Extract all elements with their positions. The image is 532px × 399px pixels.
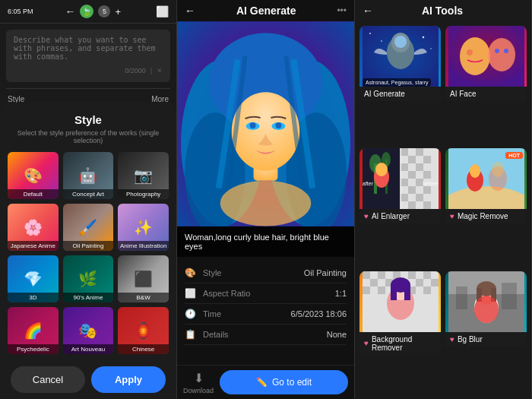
- svg-point-15: [381, 40, 382, 42]
- svg-rect-39: [401, 163, 408, 171]
- style-modal: Style Select the style preference of the…: [0, 103, 176, 399]
- svg-rect-40: [416, 163, 423, 171]
- panel3-topbar: ← AI Tools: [355, 0, 531, 21]
- style-item-oil[interactable]: 🖌️ Oil Painting: [63, 204, 114, 251]
- style-label-90s: 90's Anime: [63, 293, 114, 302]
- prompt-textarea-container: 0/2000 | ✕: [6, 30, 170, 82]
- card-label-ai-generate: AI Generate: [359, 87, 441, 101]
- card-label-bg-blur: ♥ Bg Blur: [445, 332, 527, 347]
- svg-point-20: [394, 36, 407, 48]
- svg-rect-60: [378, 271, 385, 279]
- info-row-aspect: ⬜ Aspect Ratio 1:1: [185, 283, 347, 304]
- woman-svg: [177, 21, 354, 226]
- more-dots-2[interactable]: •••: [337, 5, 347, 16]
- export-icon[interactable]: ⬜: [156, 5, 169, 17]
- card-img-ai-generate: Astronaut, Pegasus, starry: [359, 26, 441, 87]
- style-item-3d[interactable]: 💎 3D: [8, 255, 59, 302]
- style-item-japanese[interactable]: 🌸 Japanese Anime: [8, 204, 59, 251]
- svg-rect-47: [401, 194, 408, 201]
- svg-rect-81: [456, 287, 467, 309]
- style-modal-subtitle: Select the style preference of the works…: [8, 129, 169, 144]
- style-item-bw[interactable]: ⬛ B&W: [118, 255, 169, 302]
- svg-rect-82: [502, 283, 517, 309]
- download-icon: ⬇: [194, 371, 204, 385]
- heart-icon-enlarger: ♥: [364, 212, 369, 220]
- card-img-bg-remover: [359, 271, 441, 332]
- back-icon-2[interactable]: ←: [185, 5, 195, 17]
- svg-point-24: [488, 38, 515, 71]
- back-icon-3[interactable]: ←: [363, 5, 373, 17]
- back-icon-1[interactable]: ←: [65, 5, 75, 17]
- panel1-topbar: 6:05 PM ← 🍃 5 + ⬜: [0, 0, 176, 24]
- time-icon: 🕐: [185, 309, 197, 319]
- card-ai-generate[interactable]: Astronaut, Pegasus, starry AI Generate: [359, 26, 441, 109]
- style-label-concept: Concept Art: [63, 189, 114, 199]
- download-button[interactable]: ⬇ Download: [183, 371, 214, 394]
- card-img-ai-enlarger: after before: [359, 148, 441, 209]
- divider-1: [6, 88, 170, 89]
- svg-point-22: [460, 37, 490, 75]
- prompt-input[interactable]: [14, 36, 163, 62]
- style-item-90s[interactable]: 🌿 90's Anime: [63, 255, 114, 302]
- svg-rect-77: [391, 285, 397, 300]
- svg-point-25: [495, 49, 499, 53]
- card-bg-blur[interactable]: ♥ Bg Blur: [445, 271, 527, 355]
- style-grid: 🎨 Default 🤖 Concept Art 📷 Photography 🌸 …: [8, 152, 169, 354]
- style-item-art[interactable]: 🎭 Art Nouveau: [63, 307, 114, 354]
- plus-icon[interactable]: +: [115, 6, 121, 17]
- card-magic-remove[interactable]: HOT ♥ Magic Remove: [445, 148, 527, 232]
- style-label-default: Default: [8, 189, 59, 199]
- panel2-bottom-bar: ⬇ Download ✏️ Go to edit: [177, 365, 354, 399]
- info-row-time: 🕐 Time 6/5/2023 18:06: [185, 304, 347, 325]
- card-bg-remover[interactable]: ♥ Background Remover: [359, 271, 441, 355]
- style-item-photography[interactable]: 📷 Photography: [118, 152, 169, 199]
- card-img-magic-remove: HOT: [445, 148, 527, 209]
- svg-point-23: [467, 49, 473, 55]
- svg-rect-59: [363, 271, 370, 279]
- go-to-edit-button[interactable]: ✏️ Go to edit: [220, 370, 348, 394]
- card-ai-enlarger[interactable]: after before ♥ AI Enlarger: [359, 148, 441, 232]
- panel2-topbar: ← AI Generate •••: [177, 0, 354, 21]
- info-row-style: 🎨 Style Oil Painting: [185, 263, 347, 283]
- svg-point-12: [220, 181, 311, 226]
- svg-point-11: [275, 122, 281, 128]
- details-icon: 📋: [185, 329, 197, 340]
- svg-rect-43: [401, 179, 408, 186]
- svg-rect-38: [423, 156, 431, 163]
- style-label-art: Art Nouveau: [63, 344, 114, 354]
- modal-buttons: Cancel Apply: [8, 362, 169, 396]
- after-label: after: [363, 181, 373, 186]
- style-label-bw: B&W: [118, 293, 169, 302]
- style-item-anime[interactable]: ✨ Anime Illustration: [118, 204, 169, 251]
- card-ai-face[interactable]: AI Face: [445, 26, 527, 109]
- style-label-anime: Anime Illustration: [118, 241, 169, 251]
- cancel-button[interactable]: Cancel: [11, 366, 85, 393]
- svg-point-26: [504, 49, 508, 53]
- svg-rect-62: [408, 271, 416, 279]
- svg-point-57: [470, 164, 480, 178]
- panel1-nav: ← 🍃 5 + ⬜: [65, 5, 169, 18]
- style-item-concept[interactable]: 🤖 Concept Art: [63, 152, 114, 199]
- status-time-1: 6:05 PM: [8, 8, 33, 15]
- panel-style-selector: 6:05 PM ← 🍃 5 + ⬜ 0/2000 | ✕ Style More …: [0, 0, 177, 399]
- panel2-title: AI Generate: [236, 5, 296, 17]
- before-label: before: [423, 181, 438, 186]
- svg-rect-50: [423, 201, 431, 209]
- svg-rect-70: [378, 287, 385, 294]
- style-icon: 🎨: [185, 268, 197, 278]
- svg-rect-68: [431, 279, 439, 287]
- ai-tools-grid: Astronaut, Pegasus, starry AI Generate: [355, 21, 531, 394]
- style-label-japanese: Japanese Anime: [8, 241, 59, 251]
- svg-rect-35: [401, 148, 408, 156]
- svg-rect-41: [408, 171, 416, 179]
- style-item-chinese[interactable]: 🏮 Chinese: [118, 307, 169, 354]
- svg-point-7: [232, 92, 300, 171]
- svg-rect-73: [423, 287, 431, 294]
- style-item-psychedelic[interactable]: 🌈 Psychedelic: [8, 307, 59, 354]
- svg-rect-63: [423, 271, 431, 279]
- apply-button[interactable]: Apply: [91, 366, 166, 393]
- style-label-chinese: Chinese: [118, 344, 169, 354]
- style-item-default[interactable]: 🎨 Default: [8, 152, 59, 199]
- style-label-3d: 3D: [8, 293, 59, 302]
- style-label-photography: Photography: [118, 189, 169, 199]
